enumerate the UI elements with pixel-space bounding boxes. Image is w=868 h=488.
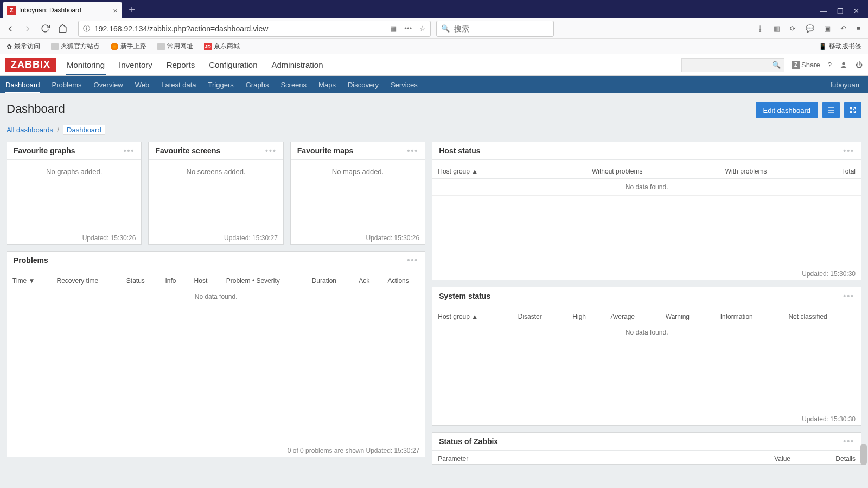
site-info-icon[interactable]: ⓘ [83, 24, 90, 34]
col-average[interactable]: Average [605, 310, 660, 324]
col-info[interactable]: Info [160, 274, 189, 288]
widget-menu-icon[interactable]: ••• [843, 292, 854, 300]
current-user[interactable]: fuboyuan [831, 81, 863, 89]
col-high[interactable]: High [567, 310, 605, 324]
list-view-button[interactable] [822, 102, 840, 118]
submenu-overview[interactable]: Overview [94, 77, 123, 93]
scrollbar-thumb[interactable] [860, 444, 867, 465]
qr-icon[interactable]: ▦ [390, 24, 397, 33]
window-controls: — ❐ ✕ [812, 7, 868, 18]
bookmark-label: 移动版书签 [829, 42, 861, 51]
url-bar[interactable]: ⓘ ▦ ••• ☆ [78, 21, 431, 37]
browser-tab[interactable]: Z fuboyuan: Dashboard × [3, 2, 122, 18]
col-duration[interactable]: Duration [307, 274, 354, 288]
help-icon[interactable]: ? [828, 61, 832, 69]
sidebar-icon[interactable]: ▣ [824, 24, 831, 33]
widget-host-status: Host status••• Host group ▲ Without prob… [432, 142, 861, 280]
widget-empty-text: No maps added. [291, 164, 425, 179]
problems-table: Time ▼ Recovery time Status Info Host Pr… [7, 274, 425, 305]
search-input[interactable] [454, 24, 549, 33]
bookmark-firefox-official[interactable]: 火狐官方站点 [51, 42, 100, 51]
col-problem-severity[interactable]: Problem • Severity [221, 274, 307, 288]
topmenu-administration[interactable]: Administration [271, 55, 324, 75]
share-button[interactable]: ZShare [792, 61, 820, 69]
maximize-icon[interactable]: ❐ [837, 7, 844, 15]
col-hostgroup[interactable]: Host group ▲ [432, 310, 513, 324]
widget-status-of-zabbix: Status of Zabbix••• Parameter Value Deta… [432, 432, 861, 465]
submenu-problems[interactable]: Problems [52, 77, 82, 93]
search-bar[interactable]: 🔍 [436, 21, 554, 37]
col-parameter[interactable]: Parameter [432, 452, 731, 466]
page-actions-icon[interactable]: ••• [404, 24, 412, 33]
edit-dashboard-button[interactable]: Edit dashboard [756, 102, 818, 118]
col-actions[interactable]: Actions [382, 274, 425, 288]
submenu-dashboard[interactable]: Dashboard [5, 77, 40, 93]
library-icon[interactable]: ▥ [774, 24, 780, 33]
col-disaster[interactable]: Disaster [513, 310, 567, 324]
reload-icon[interactable] [39, 23, 51, 35]
downloads-icon[interactable]: ⭳ [757, 24, 764, 33]
bookmark-star-icon[interactable]: ☆ [419, 24, 426, 33]
forward-icon[interactable] [22, 23, 34, 35]
breadcrumb-all-dashboards[interactable]: All dashboards [7, 126, 53, 134]
submenu-screens[interactable]: Screens [280, 77, 307, 93]
menu-icon[interactable]: ≡ [856, 24, 860, 33]
bookmark-frequent[interactable]: ✿ 最常访问 [7, 42, 40, 51]
col-hostgroup[interactable]: Host group ▲ [432, 164, 547, 179]
col-without-problems[interactable]: Without problems [548, 164, 687, 179]
submenu-maps[interactable]: Maps [318, 77, 336, 93]
url-input[interactable] [94, 24, 386, 33]
bookmark-common-urls[interactable]: 常用网址 [157, 42, 193, 51]
widget-menu-icon[interactable]: ••• [124, 146, 135, 155]
col-status[interactable]: Status [121, 274, 160, 288]
widget-menu-icon[interactable]: ••• [407, 146, 419, 155]
submenu-discovery[interactable]: Discovery [348, 77, 379, 93]
search-icon: 🔍 [441, 24, 450, 33]
bookmark-mobile[interactable]: 📱 移动版书签 [819, 42, 861, 51]
col-host[interactable]: Host [189, 274, 221, 288]
col-total[interactable]: Total [805, 164, 861, 179]
topmenu-reports[interactable]: Reports [165, 55, 196, 75]
widget-empty-text: No screens added. [149, 164, 283, 179]
minimize-icon[interactable]: — [820, 7, 827, 15]
undo-icon[interactable]: ↶ [840, 24, 846, 33]
tab-close-icon[interactable]: × [113, 6, 118, 15]
topmenu-configuration[interactable]: Configuration [208, 55, 258, 75]
widget-menu-icon[interactable]: ••• [265, 146, 277, 155]
col-warning[interactable]: Warning [660, 310, 715, 324]
col-time[interactable]: Time ▼ [7, 274, 52, 288]
submenu-latest-data[interactable]: Latest data [161, 77, 196, 93]
fullscreen-button[interactable] [844, 102, 861, 118]
back-icon[interactable] [4, 23, 16, 35]
topmenu-inventory[interactable]: Inventory [118, 55, 154, 75]
bookmark-newbie[interactable]: 新手上路 [111, 42, 146, 51]
widget-menu-icon[interactable]: ••• [407, 256, 419, 265]
widget-menu-icon[interactable]: ••• [843, 437, 854, 446]
topmenu-monitoring[interactable]: Monitoring [66, 55, 106, 75]
zabbix-logo[interactable]: ZABBIX [5, 58, 56, 72]
breadcrumb: All dashboards / Dashboard [7, 126, 861, 134]
submenu-services[interactable]: Services [391, 77, 418, 93]
chat-icon[interactable]: 💬 [806, 24, 814, 33]
user-icon[interactable] [839, 61, 848, 69]
screenshot-icon[interactable]: ⟳ [790, 24, 796, 33]
new-tab-button[interactable]: + [124, 2, 139, 17]
submenu-triggers[interactable]: Triggers [208, 77, 234, 93]
top-menu: Monitoring Inventory Reports Configurati… [66, 55, 324, 75]
col-ack[interactable]: Ack [353, 274, 382, 288]
zabbix-search[interactable]: 🔍 [681, 58, 784, 72]
col-recovery[interactable]: Recovery time [52, 274, 121, 288]
submenu-graphs[interactable]: Graphs [246, 77, 269, 93]
col-with-problems[interactable]: With problems [687, 164, 806, 179]
col-value[interactable]: Value [731, 452, 796, 466]
widget-empty-text: No graphs added. [7, 164, 141, 179]
bookmark-jd[interactable]: JD京东商城 [204, 42, 240, 51]
home-icon[interactable] [56, 23, 68, 35]
submenu-web[interactable]: Web [135, 77, 150, 93]
col-not-classified[interactable]: Not classified [783, 310, 861, 324]
col-information[interactable]: Information [715, 310, 783, 324]
col-details[interactable]: Details [796, 452, 861, 466]
close-window-icon[interactable]: ✕ [853, 7, 859, 15]
vertical-scrollbar[interactable] [860, 53, 867, 487]
widget-menu-icon[interactable]: ••• [843, 146, 854, 155]
